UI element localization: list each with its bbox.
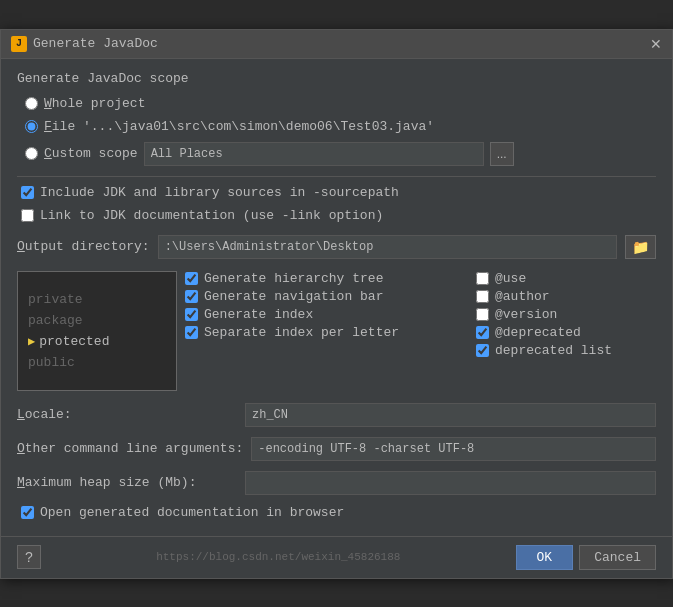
- action-buttons: OK Cancel: [516, 545, 656, 570]
- private-label: private: [28, 292, 83, 307]
- link-jdk-row: Link to JDK documentation (use -link opt…: [17, 208, 656, 223]
- deprecated-row: @deprecated: [476, 325, 656, 340]
- output-dir-label: Output directory:: [17, 239, 150, 254]
- file-row: File '...\java01\src\com\simon\demo06\Te…: [17, 119, 656, 134]
- sep-index-checkbox[interactable]: [185, 326, 198, 339]
- locale-row: Locale:: [17, 403, 656, 427]
- deprecated-checkbox[interactable]: [476, 326, 489, 339]
- other-args-row: Other command line arguments:: [17, 437, 656, 461]
- file-radio[interactable]: [25, 120, 38, 133]
- link-jdk-checkbox[interactable]: [21, 209, 34, 222]
- gen-index-label: Generate index: [204, 307, 313, 322]
- author-label: @author: [495, 289, 550, 304]
- gen-navbar-row: Generate navigation bar: [185, 289, 468, 304]
- use-row: @use: [476, 271, 656, 286]
- deprecated-label: @deprecated: [495, 325, 581, 340]
- ok-button[interactable]: OK: [516, 545, 574, 570]
- dialog-icon: J: [11, 36, 27, 52]
- visibility-package[interactable]: package: [18, 310, 176, 331]
- center-options: Generate hierarchy tree Generate navigat…: [185, 271, 468, 391]
- output-dir-row: Output directory: 📁: [17, 235, 656, 259]
- custom-scope-dropdown-wrapper: All Places Project Files Module Files: [144, 142, 484, 166]
- use-checkbox[interactable]: [476, 272, 489, 285]
- gen-hierarchy-row: Generate hierarchy tree: [185, 271, 468, 286]
- visibility-private[interactable]: private: [18, 289, 176, 310]
- whole-project-label: Whole project: [44, 96, 145, 111]
- gen-index-row: Generate index: [185, 307, 468, 322]
- generate-javadoc-dialog: J Generate JavaDoc ✕ Generate JavaDoc sc…: [0, 29, 673, 579]
- version-checkbox[interactable]: [476, 308, 489, 321]
- open-browser-row: Open generated documentation in browser: [17, 505, 656, 520]
- open-browser-checkbox[interactable]: [21, 506, 34, 519]
- custom-scope-select[interactable]: All Places Project Files Module Files: [144, 142, 484, 166]
- version-label: @version: [495, 307, 557, 322]
- title-bar: J Generate JavaDoc ✕: [1, 30, 672, 59]
- dialog-title: Generate JavaDoc: [33, 36, 158, 51]
- close-button[interactable]: ✕: [650, 36, 662, 52]
- dialog-body: Generate JavaDoc scope Whole project Fil…: [1, 59, 672, 532]
- link-jdk-label: Link to JDK documentation (use -link opt…: [40, 208, 383, 223]
- public-label: public: [28, 355, 75, 370]
- protected-arrow: ▶: [28, 334, 35, 349]
- right-options: @use @author @version @deprecated deprec…: [476, 271, 656, 391]
- include-jdk-label: Include JDK and library sources in -sour…: [40, 185, 399, 200]
- custom-scope-row: Custom scope All Places Project Files Mo…: [17, 142, 656, 166]
- gen-navbar-label: Generate navigation bar: [204, 289, 383, 304]
- locale-label: Locale:: [17, 407, 237, 422]
- custom-scope-label: Custom scope: [44, 146, 138, 161]
- bottom-bar: ? https://blog.csdn.net/weixin_45826188 …: [1, 536, 672, 578]
- sep-index-row: Separate index per letter: [185, 325, 468, 340]
- package-label: package: [28, 313, 83, 328]
- cancel-button[interactable]: Cancel: [579, 545, 656, 570]
- file-label: File '...\java01\src\com\simon\demo06\Te…: [44, 119, 434, 134]
- whole-project-radio[interactable]: [25, 97, 38, 110]
- locale-input[interactable]: [245, 403, 656, 427]
- deprecated-list-checkbox[interactable]: [476, 344, 489, 357]
- sep-index-label: Separate index per letter: [204, 325, 399, 340]
- gen-hierarchy-checkbox[interactable]: [185, 272, 198, 285]
- watermark-text: https://blog.csdn.net/weixin_45826188: [156, 551, 400, 563]
- open-browser-label: Open generated documentation in browser: [40, 505, 344, 520]
- divider-1: [17, 176, 656, 177]
- visibility-box: private package ▶ protected public: [17, 271, 177, 391]
- use-label: @use: [495, 271, 526, 286]
- include-jdk-checkbox[interactable]: [21, 186, 34, 199]
- options-row: private package ▶ protected public Gener…: [17, 271, 656, 391]
- other-args-label: Other command line arguments:: [17, 441, 243, 456]
- whole-project-row: Whole project: [17, 96, 656, 111]
- version-row: @version: [476, 307, 656, 322]
- author-row: @author: [476, 289, 656, 304]
- custom-scope-radio[interactable]: [25, 147, 38, 160]
- max-heap-input[interactable]: [245, 471, 656, 495]
- output-dir-browse-btn[interactable]: 📁: [625, 235, 656, 259]
- max-heap-row: Maximum heap size (Mb):: [17, 471, 656, 495]
- deprecated-list-label: deprecated list: [495, 343, 612, 358]
- title-bar-left: J Generate JavaDoc: [11, 36, 158, 52]
- author-checkbox[interactable]: [476, 290, 489, 303]
- include-jdk-row: Include JDK and library sources in -sour…: [17, 185, 656, 200]
- custom-scope-browse-btn[interactable]: ...: [490, 142, 514, 166]
- output-dir-input[interactable]: [158, 235, 617, 259]
- visibility-protected[interactable]: ▶ protected: [18, 331, 176, 352]
- help-button[interactable]: ?: [17, 545, 41, 569]
- visibility-public[interactable]: public: [18, 352, 176, 373]
- gen-index-checkbox[interactable]: [185, 308, 198, 321]
- protected-label: protected: [39, 334, 109, 349]
- other-args-input[interactable]: [251, 437, 656, 461]
- gen-navbar-checkbox[interactable]: [185, 290, 198, 303]
- deprecated-list-row: deprecated list: [476, 343, 656, 358]
- scope-section-label: Generate JavaDoc scope: [17, 71, 656, 86]
- max-heap-label: Maximum heap size (Mb):: [17, 475, 237, 490]
- gen-hierarchy-label: Generate hierarchy tree: [204, 271, 383, 286]
